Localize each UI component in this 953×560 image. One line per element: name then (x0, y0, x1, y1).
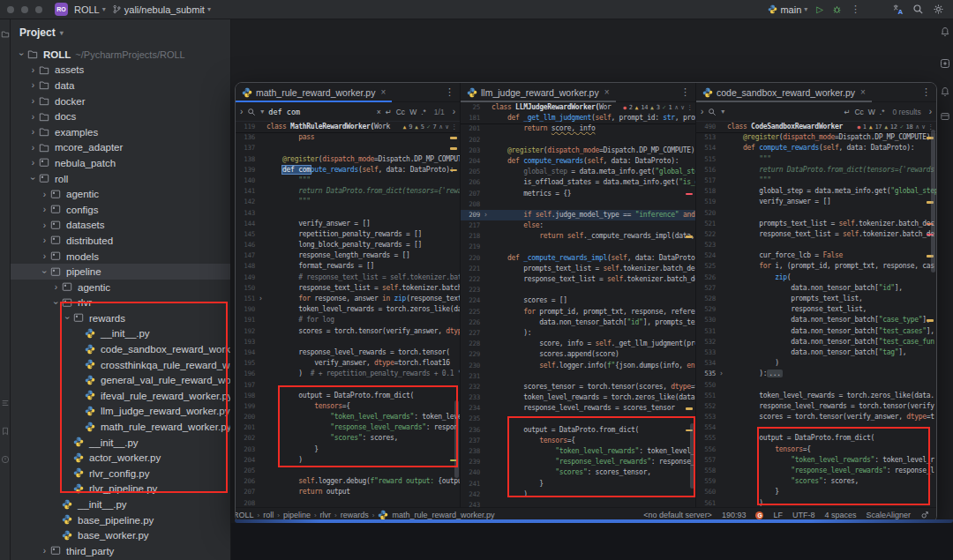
tree-item-agentic[interactable]: ›agentic (11, 186, 230, 202)
tree-item-base-worker-py[interactable]: base_worker.py (11, 527, 230, 543)
prev-error-icon[interactable]: ∧ (674, 102, 678, 113)
tree-item-general-val-rule-reward-worker-py[interactable]: general_val_rule_reward_worker.py (11, 372, 230, 388)
tree-item-llm-judge-reward-worker-py[interactable]: llm_judge_reward_worker.py (11, 404, 230, 420)
indent-style[interactable]: 4 spaces (824, 511, 856, 519)
expand-search-icon[interactable]: › (701, 107, 703, 116)
breadcrumb-file[interactable]: math_rule_reward_worker.py (392, 511, 494, 519)
chevron-icon[interactable]: › (40, 266, 49, 278)
structure-tool-icon[interactable] (1, 399, 10, 407)
tree-item-nebula-patch[interactable]: ›nebula_patch (11, 155, 230, 171)
chevron-icon[interactable]: › (51, 297, 61, 309)
window-minimize-button[interactable] (21, 6, 28, 13)
chevron-icon[interactable]: › (27, 127, 39, 137)
code-area[interactable]: 490class CodeSandboxRewardWorker ●1▲17▲1… (696, 122, 936, 509)
expand-search-icon[interactable]: › (240, 107, 243, 116)
tree-item-rlvr[interactable]: ›rlvr (11, 295, 230, 311)
tree-item-init-py[interactable]: __init__.py (11, 435, 230, 451)
fold-arrow-icon[interactable]: › (719, 369, 727, 379)
tree-item-roll[interactable]: ›ROLL~/PycharmProjects/ROLL (11, 47, 230, 63)
ai-assistant-icon[interactable] (940, 58, 950, 69)
inspections-widget[interactable]: ●1▲17▲12✓18∧∨⋮ (853, 122, 934, 132)
settings-gear-icon[interactable] (933, 4, 944, 15)
file-encoding[interactable]: UTF-8 (792, 511, 815, 519)
breadcrumb-item-roll[interactable]: roll (263, 511, 274, 519)
match-case-toggle[interactable]: Cc (854, 108, 863, 116)
scrollbar-thumb[interactable] (931, 130, 935, 273)
debug-button[interactable] (832, 4, 842, 14)
inspection-menu-icon[interactable]: ⋮ (687, 102, 693, 113)
tab-options-icon[interactable]: ⋮ (921, 86, 936, 98)
window-notifications-icon[interactable] (940, 86, 950, 97)
search-history-icon[interactable]: ▾ (721, 108, 724, 116)
code-area[interactable]: 25class LLMJudgeRewardWorker(Wor●2▲14▲3✓… (461, 102, 695, 509)
breadcrumb-item-rewards[interactable]: rewards (341, 511, 369, 519)
fold-arrow-icon[interactable]: › (484, 210, 492, 220)
window-zoom-button[interactable] (35, 6, 42, 13)
tree-item-pipeline[interactable]: ›pipeline (11, 264, 230, 280)
tree-item-distributed[interactable]: ›distributed (11, 233, 230, 249)
chevron-icon[interactable]: › (27, 96, 39, 106)
newline-icon[interactable]: ↵ (844, 108, 850, 116)
inspections-widget[interactable]: ●2▲14▲3✓1∧∨⋮ (619, 102, 693, 113)
tree-item-init-py[interactable]: __init__.py (11, 326, 230, 342)
chevron-icon[interactable]: › (63, 312, 72, 324)
tree-item-configs[interactable]: ›configs (11, 202, 230, 218)
inspection-menu-icon[interactable]: ⋮ (451, 122, 457, 132)
tree-item-actor-worker-py[interactable]: actor_worker.py (11, 450, 230, 466)
next-error-icon[interactable]: ∨ (445, 122, 448, 132)
tree-item-docs[interactable]: ›docs (11, 108, 230, 124)
close-icon[interactable]: × (860, 87, 866, 97)
tree-item-roll[interactable]: ›roll (11, 171, 230, 187)
clear-search-icon[interactable]: × (377, 108, 381, 116)
tree-item-rlvr-config-py[interactable]: rlvr_config.py (11, 466, 230, 482)
scrollbar-thumb[interactable] (454, 400, 459, 478)
vcs-branch-switcher[interactable]: yali/nebula_submit ▾ (112, 4, 211, 15)
regex-toggle[interactable]: .* (421, 108, 426, 116)
database-tool-icon[interactable] (940, 111, 950, 122)
chevron-icon[interactable]: › (27, 65, 39, 75)
next-error-icon[interactable]: ∨ (921, 122, 925, 132)
tree-item-rlvr-pipeline-py[interactable]: rlvr_pipeline.py (11, 482, 230, 497)
tab-llm-judge-reward-worker-py[interactable]: llm_judge_reward_worker.py× (461, 83, 616, 102)
breadcrumb-item-rlvr[interactable]: rlvr (320, 511, 332, 519)
close-icon[interactable]: × (380, 87, 386, 97)
tree-item-agentic[interactable]: ›agentic (11, 280, 230, 295)
plugin-name[interactable]: ScaleAligner (866, 511, 911, 519)
server-status[interactable]: <no default server> (643, 511, 712, 519)
tab-options-icon[interactable]: ⋮ (680, 86, 695, 98)
tree-item-models[interactable]: ›models (11, 249, 230, 265)
search-icon[interactable] (247, 108, 256, 116)
chevron-icon[interactable]: › (27, 143, 39, 153)
tree-item-base-pipeline-py[interactable]: base_pipeline.py (11, 512, 230, 528)
line-separator[interactable]: LF (773, 511, 783, 519)
tree-item-init-py[interactable]: __init__.py (11, 497, 230, 512)
search-everywhere-icon[interactable] (912, 4, 924, 15)
chevron-icon[interactable]: › (27, 112, 39, 122)
window-close-button[interactable] (7, 6, 14, 13)
breadcrumb-item-roll[interactable]: ROLL (236, 511, 254, 519)
tree-item-ifeval-rule-reward-worker-py[interactable]: ifeval_rule_reward_worker.py (11, 388, 230, 404)
words-toggle[interactable]: W (868, 108, 875, 116)
chevron-icon[interactable]: › (39, 205, 50, 214)
tree-item-code-sandbox-reward-worker-py[interactable]: code_sandbox_reward_worker.py (11, 341, 230, 357)
tab-math-rule-reward-worker-py[interactable]: math_rule_reward_worker.py× (236, 83, 392, 102)
inspections-widget[interactable]: ▲9▲5✓7∧∨⋮ (399, 122, 457, 132)
bookmarks-tool-icon[interactable] (1, 427, 10, 436)
chevron-icon[interactable]: › (39, 190, 50, 199)
tree-item-math-rule-reward-worker-py[interactable]: math_rule_reward_worker.py (11, 419, 230, 435)
prev-error-icon[interactable]: ∧ (915, 122, 919, 132)
code-area[interactable]: 119class MathRuleRewardWorker(Work▲9▲5✓7… (236, 122, 460, 509)
next-match-icon[interactable]: › (929, 107, 932, 116)
chevron-icon[interactable]: › (39, 235, 50, 245)
chevron-icon[interactable]: › (39, 546, 50, 556)
next-match-icon[interactable]: › (453, 107, 455, 116)
match-case-toggle[interactable]: Cc (396, 108, 405, 116)
chevron-icon[interactable]: › (17, 49, 26, 60)
plugin-g-icon[interactable]: G (755, 511, 763, 519)
tree-item-data[interactable]: ›data (11, 78, 230, 93)
code-with-me-icon[interactable] (920, 511, 929, 519)
search-input[interactable]: def com (268, 108, 371, 116)
regex-toggle[interactable]: .* (880, 108, 885, 116)
search-icon[interactable] (708, 108, 717, 116)
project-switcher[interactable]: ROLL ▾ (74, 4, 106, 15)
